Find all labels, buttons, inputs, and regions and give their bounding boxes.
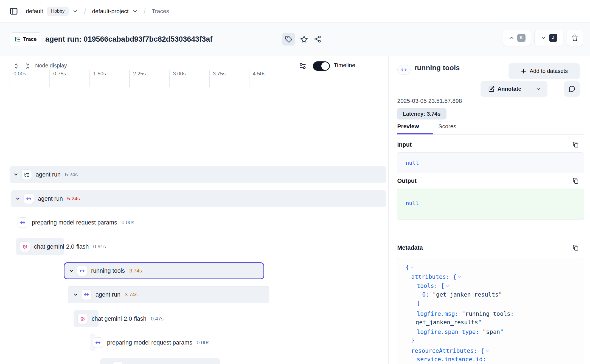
comment-bubble-icon	[568, 85, 575, 93]
copy-icon	[572, 141, 579, 148]
tree-row-running-tools[interactable]: running tools3.74s	[0, 262, 388, 279]
annotate-dropdown[interactable]	[532, 81, 544, 97]
node-duration: 5.24s	[65, 172, 78, 178]
tree-row-preparing-model-request-params[interactable]: preparing model request params0.00s	[0, 334, 388, 351]
chevron-down-icon[interactable]	[72, 8, 78, 14]
prev-trace-button[interactable]: K	[503, 30, 531, 46]
node-text: preparing model request params0.00s	[107, 334, 209, 351]
span-icon	[26, 196, 32, 202]
metadata-json-line: tools: [	[417, 283, 450, 289]
node-label: preparing model request params	[32, 219, 117, 226]
chevron-down-icon[interactable]	[132, 8, 138, 14]
copy-metadata-button[interactable]	[572, 244, 579, 251]
metadata-json-line: get_janken_results"	[416, 319, 482, 326]
ruler-tick-label: 3.00s	[173, 71, 186, 77]
copy-output-button[interactable]	[572, 177, 579, 184]
org-name[interactable]: default	[26, 8, 43, 15]
tree-row-chat-gemini-2-0-flash[interactable]: chat gemini-2.0-flash0.47s	[0, 310, 388, 327]
chevron-down-icon	[73, 292, 78, 297]
share-button[interactable]	[311, 33, 324, 46]
plus-icon	[520, 68, 527, 75]
node-duration: 0.91s	[93, 244, 106, 250]
breadcrumb-separator: /	[84, 7, 86, 16]
node-text: running tools2.26s	[127, 358, 178, 364]
node-text: agent run5.24s	[36, 166, 78, 183]
ruler-tick-line	[10, 70, 10, 87]
span-icon-badge	[77, 266, 87, 276]
chevron-down-icon	[15, 196, 21, 201]
chevron-down-icon	[69, 268, 74, 274]
tree-row-running-tools[interactable]: running tools2.26s	[0, 358, 388, 364]
section-name[interactable]: Traces	[152, 8, 169, 15]
metadata-json-line: logfire.span_type: "span"	[417, 329, 504, 335]
json-punctuation: {	[449, 274, 456, 280]
delete-trace-button[interactable]	[567, 30, 583, 46]
generation-icon-badge	[77, 314, 88, 324]
timeline-toggle[interactable]	[313, 61, 330, 71]
tree-row-agent-run[interactable]: agent run5.24s	[0, 190, 388, 207]
pen-square-icon	[488, 86, 495, 92]
comments-button[interactable]	[564, 81, 580, 97]
chevron-down-icon	[536, 86, 541, 92]
ruler-tick-line	[129, 70, 130, 87]
json-collapse-chevron[interactable]	[446, 283, 450, 289]
observation-detail-panel: running tools Add to datasets Annotate 2…	[389, 56, 590, 364]
copy-input-button[interactable]	[572, 141, 579, 148]
expand-all-button[interactable]	[12, 62, 20, 70]
json-collapse-chevron[interactable]	[485, 348, 489, 354]
collapse-node-chevron[interactable]	[15, 196, 21, 201]
tree-row-agent-run[interactable]: agent run5.24s	[0, 166, 388, 183]
chevron-up-icon	[508, 35, 515, 41]
tab-scores[interactable]: Scores	[439, 123, 456, 130]
json-key: logfire.span_type:	[417, 329, 479, 335]
tree-row-agent-run[interactable]: agent run3.74s	[0, 286, 388, 303]
toggle-knob	[321, 62, 329, 70]
node-duration: 5.24s	[67, 196, 80, 202]
chevron-down-icon	[485, 349, 489, 353]
ruler-tick-line	[89, 70, 90, 87]
collapse-node-chevron[interactable]	[69, 268, 74, 274]
trace-type-badge: Trace	[10, 32, 41, 46]
input-value-box: null	[397, 152, 584, 173]
json-string: get_janken_results"	[416, 319, 482, 326]
json-collapse-chevron[interactable]	[410, 264, 414, 271]
collapse-node-chevron[interactable]	[73, 292, 78, 297]
trace-tree-panel: Node display Timeline 0.00s0.75s1.50s2.2…	[0, 56, 388, 364]
next-trace-button[interactable]: J	[534, 30, 563, 46]
trace-view-app: default Hobby / default-project / Traces…	[0, 0, 590, 364]
tags-button[interactable]	[282, 33, 295, 46]
key-hint-j: J	[549, 34, 557, 42]
input-section-label: Input	[397, 141, 412, 148]
unfold-vertical-icon	[13, 62, 20, 70]
ruler-tick-label: 0.75s	[53, 71, 66, 77]
annotate-main[interactable]: Annotate	[483, 81, 526, 97]
json-string: "get_janken_results"	[429, 291, 502, 298]
node-duration: 0.00s	[122, 220, 134, 226]
node-label: running tools	[91, 268, 125, 274]
tree-row-chat-gemini-2-0-flash[interactable]: chat gemini-2.0-flash0.91s	[0, 238, 388, 255]
metadata-json-line: ]	[417, 300, 420, 306]
copy-icon	[572, 177, 579, 184]
metadata-json-line: logfire.msg: "running tools:	[417, 311, 514, 317]
json-key: service.instance.id:	[417, 356, 486, 363]
star-icon	[300, 35, 308, 43]
star-button[interactable]	[297, 33, 310, 46]
collapse-node-chevron[interactable]	[13, 172, 19, 177]
collapse-all-button[interactable]	[24, 62, 32, 70]
sidebar-toggle-button[interactable]	[8, 6, 19, 17]
span-icon-badge	[93, 337, 103, 348]
display-settings-button[interactable]	[298, 61, 307, 71]
ruler-tick-label: 0.00s	[13, 71, 26, 77]
chevron-down-icon	[457, 275, 462, 279]
observation-timestamp: 2025-03-05 23:51:57.898	[397, 98, 462, 104]
json-string: "running tools:	[458, 311, 514, 317]
input-value: null	[406, 160, 419, 166]
tab-preview[interactable]: Preview	[397, 123, 419, 130]
project-name[interactable]: default-project	[92, 8, 128, 15]
json-collapse-chevron[interactable]	[457, 274, 462, 280]
node-label: agent run	[38, 195, 63, 202]
annotate-button[interactable]: Annotate	[481, 81, 547, 97]
tree-row-preparing-model-request-params[interactable]: preparing model request params0.00s	[0, 214, 388, 231]
node-label: chat gemini-2.0-flash	[34, 243, 89, 250]
add-to-datasets-button[interactable]: Add to datasets	[508, 63, 580, 79]
